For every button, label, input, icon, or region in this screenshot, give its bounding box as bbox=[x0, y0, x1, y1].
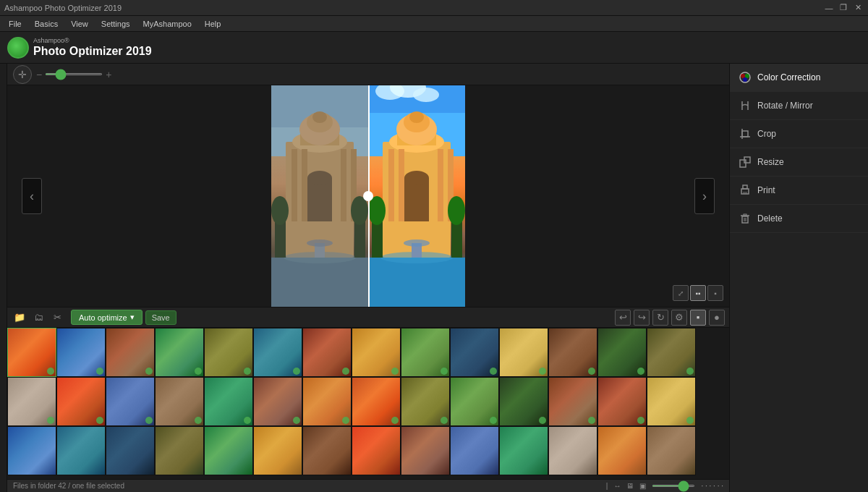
filmstrip-row-2 bbox=[7, 377, 729, 426]
history-button[interactable]: ↻ bbox=[652, 310, 668, 326]
thumbnail[interactable] bbox=[155, 426, 204, 475]
svg-point-49 bbox=[745, 74, 749, 78]
panel-item-print[interactable]: Print bbox=[730, 177, 868, 205]
zoom-slider[interactable] bbox=[45, 73, 103, 75]
settings-button[interactable]: ⚙ bbox=[671, 310, 687, 326]
menu-myashampoo[interactable]: MyAshampoo bbox=[137, 18, 197, 30]
thumbnail[interactable] bbox=[155, 377, 204, 426]
browse-button[interactable]: 🗂 bbox=[30, 310, 46, 326]
thumbnail[interactable] bbox=[106, 328, 155, 377]
thumbnail[interactable] bbox=[7, 328, 56, 377]
restore-button[interactable]: ❐ bbox=[838, 3, 849, 13]
thumbnail[interactable] bbox=[647, 328, 696, 377]
thumbnail[interactable] bbox=[499, 328, 548, 377]
svg-point-38 bbox=[404, 171, 429, 185]
view1-button[interactable]: ▪ bbox=[690, 310, 706, 326]
menu-basics[interactable]: Basics bbox=[29, 18, 64, 30]
thumbnail[interactable] bbox=[253, 426, 302, 475]
thumbnail[interactable] bbox=[352, 426, 401, 475]
split-handle[interactable] bbox=[363, 191, 373, 201]
split-view-button[interactable]: ▪▪ bbox=[690, 285, 706, 301]
thumbnail[interactable] bbox=[106, 377, 155, 426]
menu-view[interactable]: View bbox=[65, 18, 94, 30]
thumbnail[interactable] bbox=[450, 328, 499, 377]
thumbnail[interactable] bbox=[450, 426, 499, 475]
thumbnail[interactable] bbox=[499, 377, 548, 426]
thumbnail[interactable] bbox=[56, 377, 106, 426]
thumbnail[interactable] bbox=[155, 328, 204, 377]
panel-item-color-correction[interactable]: Color Correction bbox=[730, 64, 868, 92]
thumbnail[interactable] bbox=[548, 328, 597, 377]
single-view-button[interactable]: ▪ bbox=[707, 285, 723, 301]
zoom-statusbar-slider[interactable] bbox=[652, 485, 695, 487]
save-button[interactable]: Save bbox=[145, 310, 176, 325]
view-mode-buttons: ⤢ ▪▪ ▪ bbox=[673, 285, 723, 301]
thumbnail[interactable] bbox=[302, 328, 352, 377]
svg-rect-54 bbox=[740, 160, 746, 167]
thumbnail[interactable] bbox=[253, 328, 302, 377]
thumbnail[interactable] bbox=[597, 377, 647, 426]
svg-rect-63 bbox=[744, 214, 746, 216]
logo-brand: Ashampoo® bbox=[33, 37, 152, 45]
menu-file[interactable]: File bbox=[3, 18, 27, 30]
thumbnail[interactable] bbox=[204, 328, 253, 377]
thumbnail[interactable] bbox=[647, 377, 696, 426]
thumbnail[interactable] bbox=[56, 426, 106, 475]
color-correction-label: Color Correction bbox=[757, 72, 820, 82]
close-button[interactable]: ✕ bbox=[852, 3, 864, 13]
crop-label: Crop bbox=[757, 129, 776, 139]
prev-image-button[interactable]: ‹ bbox=[22, 178, 42, 214]
thumbnail[interactable] bbox=[7, 426, 56, 475]
thumbnail[interactable] bbox=[56, 328, 106, 377]
menu-settings[interactable]: Settings bbox=[95, 18, 136, 30]
thumbnail[interactable] bbox=[352, 328, 401, 377]
thumbnail[interactable] bbox=[352, 377, 401, 426]
delete-icon bbox=[739, 212, 752, 225]
thumbnail[interactable] bbox=[401, 328, 450, 377]
status-icon-1: | bbox=[606, 482, 608, 490]
panel-item-rotate-mirror[interactable]: Rotate / Mirror bbox=[730, 92, 868, 120]
menu-help[interactable]: Help bbox=[199, 18, 227, 30]
panel-item-delete[interactable]: Delete bbox=[730, 205, 868, 233]
left-panel bbox=[0, 64, 7, 492]
thumbnail[interactable] bbox=[302, 377, 352, 426]
pan-tool-button[interactable]: ✛ bbox=[13, 65, 32, 84]
thumbnail[interactable] bbox=[106, 426, 155, 475]
thumbnail[interactable] bbox=[401, 426, 450, 475]
thumbnail[interactable] bbox=[597, 328, 647, 377]
thumbnail[interactable] bbox=[302, 426, 352, 475]
thumbnail[interactable] bbox=[548, 426, 597, 475]
thumbnail[interactable] bbox=[401, 377, 450, 426]
thumbnail[interactable] bbox=[204, 377, 253, 426]
thumbnail[interactable] bbox=[450, 377, 499, 426]
logo-icon bbox=[7, 37, 29, 59]
thumbnail[interactable] bbox=[7, 377, 56, 426]
thumbnail[interactable] bbox=[647, 426, 696, 475]
window-controls: — ❐ ✕ bbox=[823, 3, 864, 13]
status-dots: · · · · · · bbox=[701, 482, 723, 490]
thumbnail[interactable] bbox=[548, 377, 597, 426]
auto-optimize-button[interactable]: Auto optimize ▾ bbox=[71, 310, 142, 325]
fullscreen-button[interactable]: ⤢ bbox=[673, 285, 689, 301]
open-file-button[interactable]: 📁 bbox=[12, 310, 27, 326]
svg-point-50 bbox=[743, 77, 747, 82]
thumbnail[interactable] bbox=[204, 426, 253, 475]
thumbnail[interactable] bbox=[253, 377, 302, 426]
logo-text: Ashampoo® Photo Optimizer 2019 bbox=[33, 37, 152, 59]
scissors-button[interactable]: ✂ bbox=[49, 310, 65, 326]
minimize-button[interactable]: — bbox=[823, 3, 835, 13]
svg-point-21 bbox=[307, 239, 333, 247]
svg-rect-57 bbox=[743, 185, 747, 189]
panel-item-crop[interactable]: Crop bbox=[730, 120, 868, 148]
next-image-button[interactable]: › bbox=[694, 178, 715, 214]
redo-button[interactable]: ↪ bbox=[634, 310, 650, 326]
right-panel: Color Correction Rotate / Mirror Crop Re… bbox=[729, 64, 868, 492]
status-icon-2: ↔ bbox=[613, 482, 621, 490]
toolbar-bottom: 📁 🗂 ✂ Auto optimize ▾ Save ↩ ↪ ↻ ⚙ ▪ ● bbox=[7, 307, 729, 327]
status-text: Files in folder 42 / one file selected bbox=[13, 482, 124, 490]
view2-button[interactable]: ● bbox=[709, 310, 725, 326]
thumbnail[interactable] bbox=[499, 426, 548, 475]
thumbnail[interactable] bbox=[597, 426, 647, 475]
undo-button[interactable]: ↩ bbox=[615, 310, 631, 326]
panel-item-resize[interactable]: Resize bbox=[730, 148, 868, 177]
